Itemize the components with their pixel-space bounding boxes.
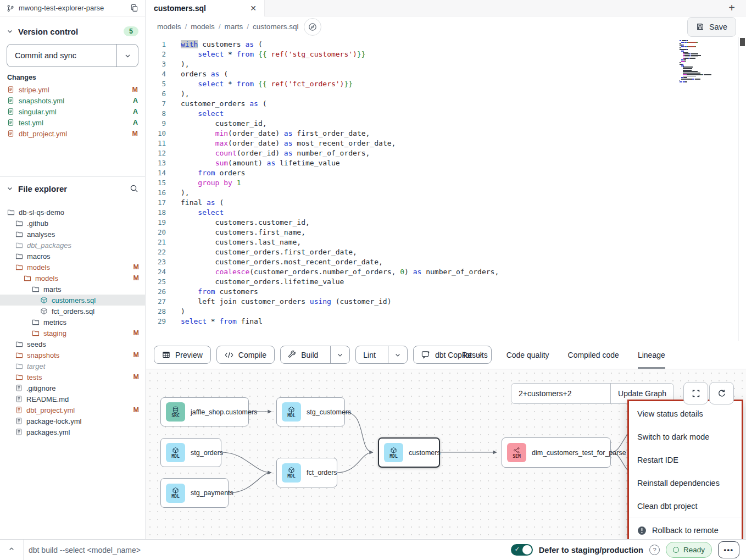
lint-options-caret[interactable] (388, 346, 407, 363)
breadcrumb-segment[interactable]: marts (225, 23, 243, 31)
code-line[interactable]: 25 customer_orders.lifetime_value (146, 277, 746, 287)
tab-compiled-code[interactable]: Compiled code (568, 341, 619, 369)
code-line[interactable]: 7customer_orders as ( (146, 99, 746, 109)
tree-item[interactable]: modelsM (0, 273, 145, 284)
save-button[interactable]: Save (687, 17, 736, 37)
new-tab-button[interactable]: + (717, 0, 746, 16)
tree-item[interactable]: modelsM (0, 262, 145, 273)
tree-item[interactable]: .gitignore (0, 382, 145, 393)
code-line[interactable]: 12 count(order_id) as number_of_orders, (146, 148, 746, 158)
tree-item[interactable]: package-lock.yml (0, 415, 145, 426)
tab-customers-sql[interactable]: customers.sql ✕ (146, 0, 265, 16)
menu-item-reinstall-dependencies[interactable]: Reinstall dependencies (629, 472, 742, 495)
tab-lineage[interactable]: Lineage (638, 341, 665, 369)
menu-item-restart-ide[interactable]: Restart IDE (629, 448, 742, 472)
tree-item[interactable]: .github (0, 218, 145, 229)
close-tab-icon[interactable]: ✕ (250, 4, 257, 13)
compile-button[interactable]: Compile (216, 346, 275, 364)
menu-item-view-status-details[interactable]: View status details (629, 402, 742, 425)
code-line[interactable]: 18 select (146, 208, 746, 218)
code-line[interactable]: 23 customer_orders.most_recent_order_dat… (146, 257, 746, 267)
build-button[interactable]: Build (280, 346, 350, 364)
more-options-button[interactable]: ••• (718, 541, 739, 558)
code-line[interactable]: 6), (146, 89, 746, 99)
breadcrumb-segment[interactable]: customers.sql (253, 23, 298, 31)
code-line[interactable]: 21 customers.last_name, (146, 237, 746, 247)
editor-scrollbar[interactable] (738, 37, 746, 341)
expand-command-bar-icon[interactable] (0, 546, 23, 554)
explore-lineage-icon[interactable] (304, 18, 321, 36)
lineage-node[interactable]: MDL stg_orders (160, 438, 221, 467)
code-line[interactable]: 5 select * from {{ ref('fct_orders')}} (146, 79, 746, 89)
version-control-header[interactable]: Version control 5 (0, 20, 145, 43)
tree-item[interactable]: snapshotsM (0, 350, 145, 361)
copy-branch-icon[interactable] (130, 4, 138, 12)
tree-item[interactable]: target (0, 361, 145, 372)
lineage-node[interactable]: MDL customers (378, 437, 440, 468)
tree-item[interactable]: packages.yml (0, 426, 145, 437)
code-line[interactable]: 24 coalesce(customer_orders.number_of_or… (146, 267, 746, 277)
tree-item[interactable]: marts (0, 284, 145, 295)
menu-item-clean-dbt-project[interactable]: Clean dbt project (629, 495, 742, 518)
code-line[interactable]: 10 min(order_date) as first_order_date, (146, 129, 746, 138)
tree-item[interactable]: db-sl-qs-demo (0, 207, 145, 218)
fullscreen-button[interactable] (683, 382, 708, 404)
changed-file-row[interactable]: singular.yml A (0, 106, 145, 117)
code-line[interactable]: 4orders as ( (146, 69, 746, 79)
changed-file-row[interactable]: test.yml A (0, 117, 145, 128)
file-explorer-header[interactable]: File explorer (0, 177, 145, 200)
tree-item[interactable]: testsM (0, 372, 145, 382)
tree-item[interactable]: analyses (0, 229, 145, 240)
changed-file-row[interactable]: snapshots.yml A (0, 95, 145, 106)
lineage-node[interactable]: SRC jaffle_shop.customers (160, 397, 249, 426)
breadcrumb-segment[interactable]: models (157, 23, 181, 31)
code-line[interactable]: 29select * from final (146, 317, 746, 326)
tab-code-quality[interactable]: Code quality (506, 341, 549, 369)
tree-item[interactable]: customers.sql (0, 295, 145, 306)
lineage-selector-input[interactable]: 2+customers+2 (511, 384, 610, 403)
scrollbar-thumb[interactable] (740, 38, 745, 46)
menu-item-switch-to-dark-mode[interactable]: Switch to dark mode (629, 425, 742, 448)
code-line[interactable]: 19 customers.customer_id, (146, 218, 746, 228)
tab-results[interactable]: Results (462, 341, 488, 369)
code-line[interactable]: 22 customer_orders.first_order_date, (146, 247, 746, 257)
lineage-node[interactable]: MDL stg_payments (160, 478, 229, 508)
code-line[interactable]: 3), (146, 59, 746, 69)
code-line[interactable]: 1with customers as ( (146, 40, 746, 49)
tree-item[interactable]: macros (0, 251, 145, 262)
tree-item[interactable]: metrics (0, 317, 145, 328)
code-line[interactable]: 16), (146, 188, 746, 198)
refresh-button[interactable] (709, 382, 734, 404)
code-line[interactable]: 28) (146, 307, 746, 317)
tree-item[interactable]: stagingM (0, 328, 145, 339)
code-line[interactable]: 9 customer_id, (146, 119, 746, 129)
search-icon[interactable] (130, 184, 138, 193)
lineage-node[interactable]: SEM dim_customers_test_for_parse (502, 437, 611, 468)
code-line[interactable]: 27 left join customer_orders using (cust… (146, 297, 746, 307)
lineage-node[interactable]: MDL stg_customers (276, 397, 345, 426)
defer-toggle[interactable]: ✓ (511, 544, 533, 556)
tree-item[interactable]: dbt_project.ymlM (0, 404, 145, 415)
commit-and-sync-button[interactable]: Commit and sync (7, 44, 138, 67)
help-icon[interactable]: ? (649, 545, 660, 555)
code-line[interactable]: 26 from customers (146, 287, 746, 297)
code-line[interactable]: 15 group by 1 (146, 178, 746, 188)
breadcrumb-segment[interactable]: models (191, 23, 215, 31)
code-line[interactable]: 20 customers.first_name, (146, 228, 746, 237)
build-options-caret[interactable] (330, 346, 349, 363)
tree-item[interactable]: dbt_packages (0, 240, 145, 251)
status-badge[interactable]: Ready (666, 542, 712, 558)
code-line[interactable]: 8 select (146, 109, 746, 119)
code-line[interactable]: 17final as ( (146, 198, 746, 208)
code-line[interactable]: 14 from orders (146, 168, 746, 178)
commit-options-caret[interactable] (116, 45, 138, 66)
minimap[interactable] (680, 40, 737, 83)
preview-button[interactable]: Preview (154, 346, 211, 364)
code-editor[interactable]: 1with customers as (2 select * from {{ r… (146, 37, 746, 341)
code-line[interactable]: 11 max(order_date) as most_recent_order_… (146, 138, 746, 148)
code-line[interactable]: 2 select * from {{ ref('stg_customers')}… (146, 49, 746, 59)
tree-item[interactable]: fct_orders.sql (0, 306, 145, 317)
tree-item[interactable]: seeds (0, 339, 145, 350)
lint-button[interactable]: Lint (355, 346, 408, 364)
code-line[interactable]: 13 sum(amount) as lifetime_value (146, 158, 746, 168)
